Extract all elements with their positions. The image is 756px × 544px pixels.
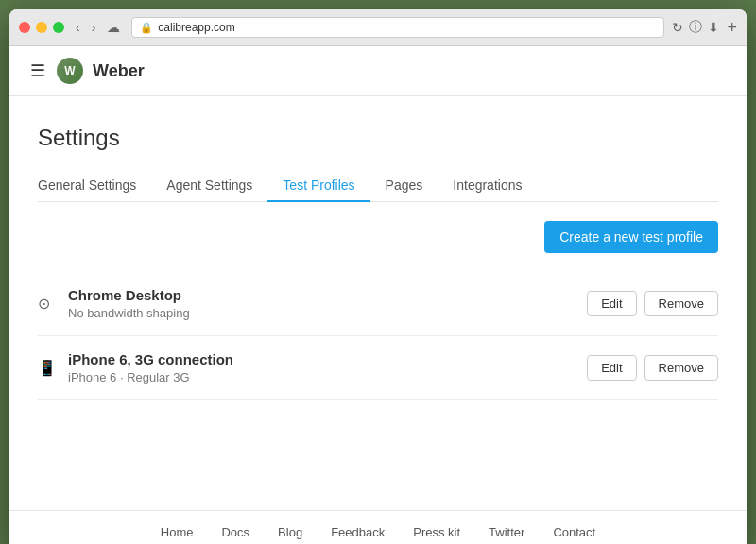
- site-name: Weber: [93, 61, 145, 81]
- footer-link-docs[interactable]: Docs: [221, 525, 249, 539]
- page-title: Settings: [38, 125, 718, 151]
- close-button[interactable]: [19, 22, 30, 33]
- profile-actions: Edit Remove: [587, 291, 718, 316]
- profile-name: Chrome Desktop: [68, 287, 587, 303]
- url-text: calibreapp.com: [158, 21, 234, 34]
- profile-detail: iPhone 6 · Regular 3G: [68, 370, 587, 384]
- forward-button[interactable]: ›: [88, 18, 100, 37]
- browser-window: ‹ › ☁ 🔒 calibreapp.com ↻ ⓘ ⬇ + ☰ W Weber…: [9, 9, 747, 544]
- footer: Home Docs Blog Feedback Press kit Twitte…: [9, 510, 747, 544]
- main-content: Settings General Settings Agent Settings…: [9, 96, 747, 510]
- footer-link-press-kit[interactable]: Press kit: [413, 525, 460, 539]
- download-button[interactable]: ⬇: [708, 20, 719, 35]
- traffic-lights: [19, 22, 64, 33]
- tab-general-settings[interactable]: General Settings: [38, 170, 151, 202]
- phone-icon: 📱: [38, 359, 68, 377]
- add-tab-button[interactable]: +: [727, 18, 737, 38]
- footer-link-contact[interactable]: Contact: [553, 525, 595, 539]
- remove-chrome-button[interactable]: Remove: [644, 291, 718, 316]
- profile-list: ⊙ Chrome Desktop No bandwidth shaping Ed…: [38, 272, 718, 400]
- edit-iphone-button[interactable]: Edit: [587, 355, 636, 381]
- edit-chrome-button[interactable]: Edit: [587, 291, 636, 316]
- profile-actions: Edit Remove: [587, 355, 718, 381]
- back-button[interactable]: ‹: [72, 18, 84, 37]
- list-item: ⊙ Chrome Desktop No bandwidth shaping Ed…: [38, 272, 718, 336]
- tab-integrations[interactable]: Integrations: [438, 170, 537, 202]
- list-item: 📱 iPhone 6, 3G connection iPhone 6 · Reg…: [38, 336, 718, 400]
- footer-link-home[interactable]: Home: [161, 525, 194, 539]
- profile-detail: No bandwidth shaping: [68, 306, 587, 320]
- remove-iphone-button[interactable]: Remove: [644, 355, 718, 381]
- profile-name: iPhone 6, 3G connection: [68, 351, 587, 367]
- tab-test-profiles[interactable]: Test Profiles: [267, 170, 369, 202]
- info-button[interactable]: ⓘ: [689, 19, 702, 36]
- hamburger-button[interactable]: ☰: [28, 59, 47, 83]
- nav-buttons: ‹ › ☁: [72, 18, 124, 37]
- tab-pages[interactable]: Pages: [370, 170, 438, 202]
- tabs: General Settings Agent Settings Test Pro…: [38, 170, 718, 202]
- create-test-profile-button[interactable]: Create a new test profile: [544, 221, 718, 253]
- browser-actions: ↻ ⓘ ⬇: [672, 19, 719, 36]
- address-bar[interactable]: 🔒 calibreapp.com: [131, 17, 664, 38]
- footer-link-blog[interactable]: Blog: [278, 525, 302, 539]
- top-nav: ☰ W Weber: [9, 46, 747, 96]
- footer-link-feedback[interactable]: Feedback: [331, 525, 385, 539]
- refresh-button[interactable]: ↻: [672, 20, 683, 35]
- app-content: ☰ W Weber Settings General Settings Agen…: [9, 46, 747, 544]
- profile-info: iPhone 6, 3G connection iPhone 6 · Regul…: [68, 351, 587, 384]
- browser-chrome: ‹ › ☁ 🔒 calibreapp.com ↻ ⓘ ⬇ +: [9, 9, 747, 46]
- footer-link-twitter[interactable]: Twitter: [489, 525, 524, 539]
- tab-agent-settings[interactable]: Agent Settings: [151, 170, 267, 202]
- avatar: W: [57, 58, 83, 84]
- minimize-button[interactable]: [36, 22, 47, 33]
- maximize-button[interactable]: [53, 22, 64, 33]
- lock-icon: 🔒: [140, 22, 153, 34]
- target-icon: ⊙: [38, 295, 68, 313]
- cloud-button[interactable]: ☁: [103, 18, 124, 37]
- profile-info: Chrome Desktop No bandwidth shaping: [68, 287, 587, 320]
- action-bar: Create a new test profile: [38, 221, 718, 253]
